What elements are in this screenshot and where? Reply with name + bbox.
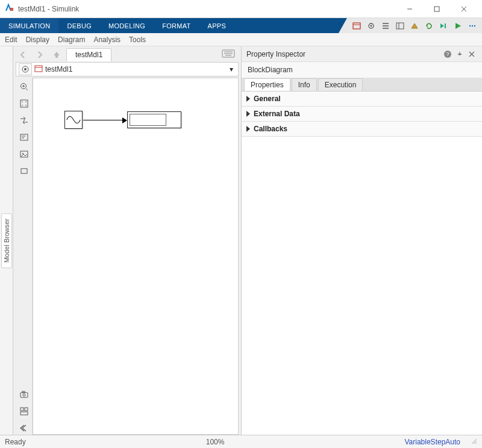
canvas-tab-bar: testMdl1 xyxy=(13,46,241,62)
svg-rect-24 xyxy=(25,408,28,411)
rect-icon[interactable] xyxy=(17,164,31,178)
annotation-icon[interactable] xyxy=(17,131,31,144)
window-title: testMdl1 - Simulink xyxy=(18,5,79,13)
ribbon-tab-apps[interactable]: APPS xyxy=(199,18,235,33)
inspector-tab-info[interactable]: Info xyxy=(292,78,317,91)
path-text[interactable]: testMdl1 xyxy=(45,65,227,73)
section-callbacks[interactable]: Callbacks xyxy=(242,122,482,137)
resize-grip-icon[interactable] xyxy=(470,437,477,446)
menu-bar: Edit Display Diagram Analysis Tools xyxy=(0,33,482,46)
pin-icon[interactable] xyxy=(454,49,465,60)
canvas-column: testMdl1 testMdl1 ▾ xyxy=(13,46,241,435)
ribbon-tab-simulation[interactable]: SIMULATION xyxy=(0,18,58,33)
block-diagram-canvas[interactable] xyxy=(33,78,239,435)
arrows-icon[interactable] xyxy=(17,114,31,127)
nav-forward-icon[interactable] xyxy=(33,48,47,61)
inspector-tabstrip: Properties Info Execution xyxy=(242,78,482,91)
list-icon[interactable] xyxy=(379,20,392,32)
minimize-button[interactable] xyxy=(396,0,423,18)
expand-icon xyxy=(246,111,250,117)
file-tab[interactable]: testMdl1 xyxy=(66,48,111,61)
display-block[interactable] xyxy=(127,111,181,128)
signal-arrow-icon xyxy=(122,117,127,123)
settings-icon[interactable] xyxy=(365,20,378,32)
section-external-data-label: External Data xyxy=(254,110,300,118)
refresh-icon[interactable] xyxy=(422,20,436,32)
path-model-icon xyxy=(34,64,43,75)
svg-text:?: ? xyxy=(446,51,449,57)
signal-line[interactable] xyxy=(83,120,123,120)
open-model-icon[interactable] xyxy=(350,20,363,32)
zoom-in-icon[interactable] xyxy=(17,80,31,93)
svg-point-4 xyxy=(371,25,372,26)
close-panel-icon[interactable] xyxy=(466,49,477,60)
svg-rect-20 xyxy=(20,393,28,397)
svg-rect-6 xyxy=(445,23,446,28)
svg-rect-23 xyxy=(20,408,23,411)
build-icon[interactable] xyxy=(408,20,421,32)
svg-rect-22 xyxy=(22,391,25,393)
menu-analysis[interactable]: Analysis xyxy=(93,36,120,44)
svg-point-8 xyxy=(472,25,473,26)
svg-rect-5 xyxy=(396,23,404,29)
side-palette xyxy=(16,78,33,435)
section-callbacks-label: Callbacks xyxy=(254,125,287,133)
image-icon[interactable] xyxy=(17,148,31,161)
ribbon-tab-modeling[interactable]: MODELING xyxy=(100,18,154,33)
app-icon xyxy=(5,3,14,14)
svg-rect-16 xyxy=(20,134,28,140)
svg-point-21 xyxy=(23,394,25,396)
ribbon-tab-format[interactable]: FORMAT xyxy=(154,18,199,33)
expand-icon xyxy=(246,96,250,102)
more-icon[interactable] xyxy=(466,20,479,32)
status-text: Ready xyxy=(5,438,26,446)
svg-rect-2 xyxy=(353,23,360,29)
layout-icon[interactable] xyxy=(17,405,31,418)
menu-display[interactable]: Display xyxy=(26,36,49,44)
inspector-tab-properties[interactable]: Properties xyxy=(244,78,290,91)
ribbon-tab-debug[interactable]: DEBUG xyxy=(58,18,100,33)
inspected-object: BlockDiagram xyxy=(242,62,482,78)
quick-access-toolbar xyxy=(347,18,482,33)
fit-to-view-icon[interactable] xyxy=(17,97,31,110)
maximize-button[interactable] xyxy=(423,0,450,18)
inspector-tab-execution[interactable]: Execution xyxy=(318,78,363,91)
keyboard-icon[interactable] xyxy=(222,49,235,60)
svg-point-9 xyxy=(474,25,475,26)
snapshot-icon[interactable] xyxy=(17,388,31,401)
menu-edit[interactable]: Edit xyxy=(5,36,17,44)
property-inspector-title: Property Inspector xyxy=(246,50,305,58)
section-external-data[interactable]: External Data xyxy=(242,107,482,122)
model-browser-toggle[interactable]: Model Browser xyxy=(1,213,12,268)
sine-wave-block[interactable] xyxy=(64,111,83,129)
status-bar: Ready 100% VariableStepAuto xyxy=(0,435,482,448)
svg-rect-15 xyxy=(20,100,28,107)
model-browser-panel: Model Browser xyxy=(0,46,13,435)
menu-diagram[interactable]: Diagram xyxy=(58,36,85,44)
step-back-icon[interactable] xyxy=(437,20,450,32)
run-icon[interactable] xyxy=(451,20,465,32)
svg-rect-25 xyxy=(20,412,28,415)
title-bar: testMdl1 - Simulink xyxy=(0,0,482,18)
solver-link[interactable]: VariableStepAuto xyxy=(404,438,460,446)
zoom-level[interactable]: 100% xyxy=(206,438,225,446)
path-bar: testMdl1 ▾ xyxy=(16,62,239,76)
expand-icon xyxy=(246,126,250,132)
nav-up-icon[interactable] xyxy=(49,48,64,61)
menu-tools[interactable]: Tools xyxy=(129,36,146,44)
path-dropdown-icon[interactable]: ▾ xyxy=(227,65,236,73)
collapse-icon[interactable] xyxy=(17,422,31,435)
path-target-icon[interactable] xyxy=(19,63,32,75)
svg-point-12 xyxy=(24,68,27,70)
svg-point-7 xyxy=(469,25,471,26)
help-icon[interactable]: ? xyxy=(442,49,453,60)
section-general[interactable]: General xyxy=(242,92,482,107)
inspector-body: General External Data Callbacks xyxy=(242,91,482,435)
svg-rect-19 xyxy=(21,169,27,173)
property-inspector-panel: Property Inspector ? BlockDiagram Proper… xyxy=(241,46,482,435)
close-button[interactable] xyxy=(450,0,477,18)
svg-rect-13 xyxy=(35,66,42,72)
nav-back-icon[interactable] xyxy=(16,48,30,61)
svg-rect-0 xyxy=(10,8,13,11)
panel-icon[interactable] xyxy=(393,20,407,32)
